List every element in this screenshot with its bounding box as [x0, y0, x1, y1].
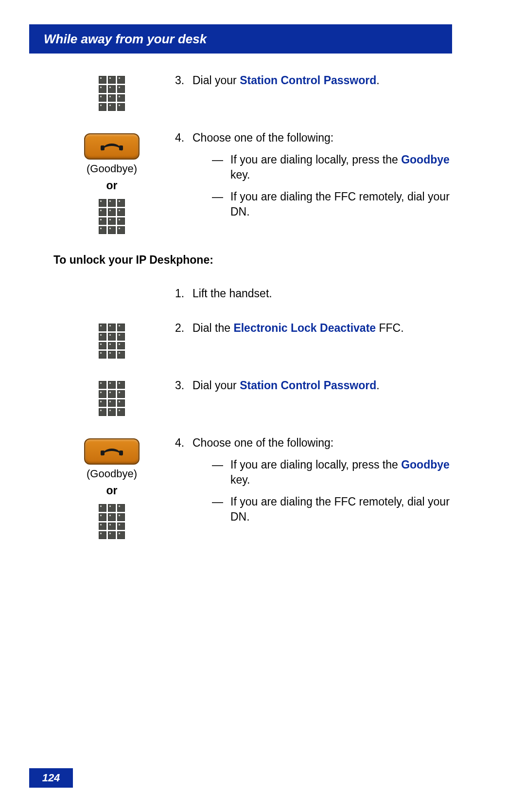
- icon-column: [49, 378, 175, 416]
- icon-column: [49, 286, 175, 289]
- sub-bullet: — If you are dialing the FFC remotely, d…: [212, 189, 452, 219]
- emphasis-link: Electronic Lock Deactivate: [233, 322, 376, 334]
- goodbye-button-icon: [84, 133, 140, 160]
- step-text: 3. Dial your Station Control Password.: [175, 378, 452, 393]
- step-number: 2.: [175, 321, 192, 336]
- dash-bullet: —: [212, 457, 230, 487]
- text-prefix: Dial your: [192, 74, 240, 87]
- text-suffix: .: [376, 379, 379, 392]
- dash-bullet: —: [212, 189, 230, 219]
- icon-column: (Goodbye) or: [49, 435, 175, 539]
- step-text: 1. Lift the handset.: [175, 286, 452, 301]
- goodbye-caption: (Goodbye): [87, 468, 137, 480]
- sub-bullet: — If you are dialing the FFC remotely, d…: [212, 494, 452, 524]
- step-row: (Goodbye) or 4. Choose one of the follow…: [49, 130, 452, 234]
- text-suffix: FFC.: [376, 322, 404, 334]
- goodbye-button-icon: [84, 438, 140, 465]
- emphasis-link: Station Control Password: [240, 379, 376, 392]
- text-prefix: If you are dialing locally, press the: [230, 458, 401, 471]
- step-text: 3. Dial your Station Control Password.: [175, 73, 452, 88]
- emphasis-link: Station Control Password: [240, 74, 376, 87]
- sub-bullet: — If you are dialing locally, press the …: [212, 152, 452, 182]
- page-content: 3. Dial your Station Control Password. (…: [49, 73, 452, 559]
- goodbye-caption: (Goodbye): [87, 162, 137, 175]
- keypad-icon: [99, 324, 125, 359]
- step-number: 3.: [175, 73, 192, 88]
- keypad-icon: [99, 504, 125, 539]
- page-header: While away from your desk: [29, 24, 452, 54]
- icon-column: [49, 321, 175, 359]
- dash-bullet: —: [212, 494, 230, 524]
- step-row: 3. Dial your Station Control Password.: [49, 378, 452, 416]
- step-body: Lift the handset.: [192, 286, 272, 301]
- step-text: 4. Choose one of the following: — If you…: [175, 130, 452, 226]
- step-number: 1.: [175, 286, 192, 301]
- icon-column: [49, 73, 175, 111]
- icon-column: (Goodbye) or: [49, 130, 175, 234]
- step-number: 4.: [175, 130, 192, 145]
- step-row: (Goodbye) or 4. Choose one of the follow…: [49, 435, 452, 539]
- header-title: While away from your desk: [44, 32, 207, 47]
- text-suffix: key.: [230, 168, 250, 181]
- phone-handset-icon: [101, 445, 123, 458]
- phone-handset-icon: [101, 140, 123, 153]
- step-row: 1. Lift the handset.: [49, 286, 452, 301]
- sub-bullet: — If you are dialing locally, press the …: [212, 457, 452, 487]
- text-suffix: .: [376, 74, 379, 87]
- keypad-icon: [99, 199, 125, 234]
- or-label: or: [106, 484, 118, 497]
- step-row: 3. Dial your Station Control Password.: [49, 73, 452, 111]
- step-number: 3.: [175, 378, 192, 393]
- section-heading: To unlock your IP Deskphone:: [53, 253, 452, 267]
- step-row: 2. Dial the Electronic Lock Deactivate F…: [49, 321, 452, 359]
- bullet-text: If you are dialing the FFC remotely, dia…: [230, 189, 452, 219]
- dash-bullet: —: [212, 152, 230, 182]
- text-suffix: key.: [230, 473, 250, 486]
- keypad-icon: [99, 76, 125, 111]
- emphasis-link: Goodbye: [401, 153, 450, 166]
- step-body: Choose one of the following:: [192, 130, 333, 145]
- step-text: 2. Dial the Electronic Lock Deactivate F…: [175, 321, 452, 336]
- bullet-text: If you are dialing the FFC remotely, dia…: [230, 494, 452, 524]
- text-prefix: Dial your: [192, 379, 240, 392]
- step-text: 4. Choose one of the following: — If you…: [175, 435, 452, 531]
- page-number: 124: [29, 768, 73, 788]
- step-number: 4.: [175, 435, 192, 451]
- or-label: or: [106, 179, 118, 192]
- keypad-icon: [99, 381, 125, 416]
- text-prefix: If you are dialing locally, press the: [230, 153, 401, 166]
- emphasis-link: Goodbye: [401, 458, 450, 471]
- text-prefix: Dial the: [192, 322, 233, 334]
- step-body: Choose one of the following:: [192, 435, 333, 451]
